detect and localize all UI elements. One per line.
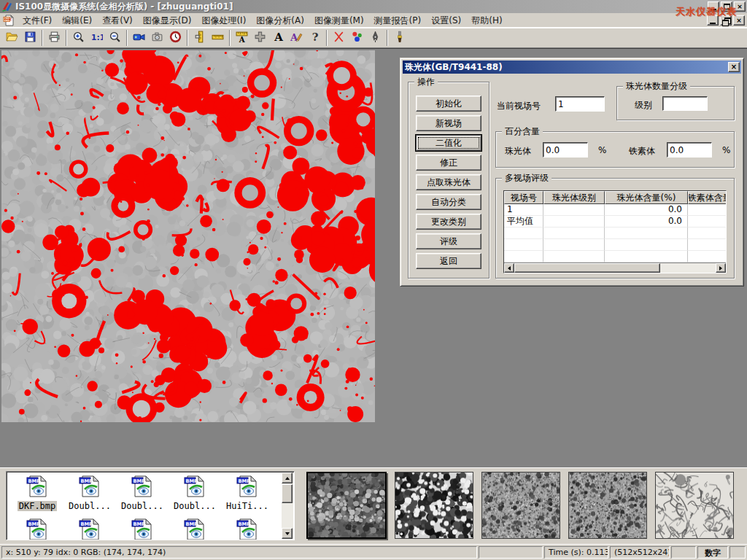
op-button-7[interactable]: 更改类别: [416, 214, 481, 230]
scroll-down-button[interactable]: [282, 528, 293, 539]
file-item-partial-5[interactable]: BMP: [221, 518, 274, 540]
file-item-partial-4[interactable]: BMP: [169, 518, 221, 540]
file-browser[interactable]: BMPDKF.bmpBMPDoubl...BMPDoubl...BMPDoubl…: [6, 471, 295, 540]
clock-button[interactable]: [166, 29, 185, 47]
measure-calibrate-icon: A: [236, 31, 248, 45]
file-item-4[interactable]: BMPDoubl...: [169, 475, 221, 511]
open-file-button[interactable]: [3, 29, 21, 47]
menu-item-5[interactable]: 图像处理(I): [196, 14, 251, 27]
table-col-header-3[interactable]: 珠光体含量(%): [605, 191, 688, 204]
table-row-3[interactable]: [504, 228, 726, 239]
table-row-4[interactable]: [504, 239, 726, 251]
actual-size-button[interactable]: 1:1: [88, 29, 106, 47]
scroll-left-button[interactable]: [504, 263, 514, 273]
text-button[interactable]: A: [269, 29, 287, 47]
svg-text:A: A: [239, 36, 245, 43]
file-name: HuiTi...: [225, 501, 270, 511]
grade-level-input[interactable]: [662, 96, 708, 111]
menu-item-9[interactable]: 设置(S): [426, 14, 466, 27]
measure-calibrate-button[interactable]: A: [233, 29, 251, 47]
save-button[interactable]: [21, 29, 39, 47]
metallograph-image[interactable]: [1, 50, 375, 422]
file-item-5[interactable]: BMPHuiTi...: [221, 475, 274, 511]
zoom-in-button[interactable]: [69, 29, 88, 47]
maximize-button[interactable]: [721, 1, 732, 12]
ferrite-percent-input[interactable]: [667, 142, 712, 158]
filelist-scroll-thumb[interactable]: [282, 484, 293, 503]
menu-item-7[interactable]: 图像测量(M): [309, 14, 369, 27]
pen-button[interactable]: [366, 29, 384, 47]
rating-table[interactable]: 视场号珠光体级别珠光体含量(%)铁素体含量(%) 10.0平均值0.0: [503, 190, 727, 273]
ruler-button[interactable]: [209, 29, 227, 47]
text-edit-button[interactable]: A: [287, 29, 306, 47]
print-button[interactable]: [45, 29, 63, 47]
table-horizontal-scrollbar[interactable]: [504, 262, 726, 273]
grid-cross-button[interactable]: [251, 29, 269, 47]
video-camera-button[interactable]: [130, 29, 148, 47]
dialog-close-button[interactable]: ×: [728, 62, 740, 72]
table-row-5[interactable]: [504, 251, 726, 262]
status-empty-3: [729, 546, 746, 559]
table-cell: [543, 216, 605, 228]
file-item-1[interactable]: BMPDKF.bmp: [11, 475, 63, 511]
current-field-input[interactable]: [555, 96, 605, 112]
file-item-2[interactable]: BMPDoubl...: [63, 475, 116, 511]
camera-button[interactable]: [148, 29, 166, 47]
svg-text:BMP: BMP: [133, 478, 145, 484]
table-cell: [605, 251, 688, 262]
sample-thumbnail-5[interactable]: [655, 472, 734, 539]
scroll-right-button[interactable]: [716, 263, 726, 273]
op-button-6[interactable]: 自动分类: [416, 194, 481, 210]
zoom-out-button[interactable]: [106, 29, 124, 47]
menu-item-10[interactable]: 帮助(H): [466, 14, 507, 27]
pearlite-percent-input[interactable]: [543, 142, 588, 158]
particles-button[interactable]: [348, 29, 366, 47]
file-item-partial-1[interactable]: BMP: [11, 518, 63, 540]
brush-button[interactable]: [390, 29, 409, 47]
table-row-1[interactable]: 10.0: [504, 204, 726, 216]
table-cell: [688, 204, 727, 216]
table-col-header-1[interactable]: 视场号: [504, 191, 543, 204]
sample-thumbnail-2[interactable]: [395, 472, 473, 539]
minimize-button[interactable]: [708, 1, 719, 12]
file-item-partial-3[interactable]: BMP: [116, 518, 169, 540]
help-button[interactable]: ?: [306, 29, 324, 47]
sample-thumbnail-3[interactable]: [481, 472, 560, 539]
op-button-5[interactable]: 点取珠光体: [416, 174, 481, 190]
table-cell: 0.0: [605, 204, 688, 216]
menu-item-2[interactable]: 编辑(E): [57, 14, 97, 27]
filelist-scrollbar[interactable]: [282, 472, 293, 539]
scroll-up-button[interactable]: [282, 472, 293, 483]
document-system-icon[interactable]: DOC: [3, 15, 15, 26]
op-button-4[interactable]: 修正: [416, 155, 481, 171]
close-button[interactable]: ×: [734, 1, 746, 12]
menu-item-4[interactable]: 图像显示(D): [138, 14, 197, 27]
mdi-restore-button[interactable]: [720, 15, 732, 26]
caliper-button[interactable]: [190, 29, 209, 47]
scrollbar-thumb[interactable]: [514, 263, 660, 273]
status-mode: 数字: [697, 546, 728, 559]
menu-item-3[interactable]: 查看(V): [97, 14, 138, 27]
table-col-header-2[interactable]: 珠光体级别: [543, 191, 605, 204]
op-button-1[interactable]: 初始化: [416, 96, 481, 112]
table-cell: [688, 216, 727, 228]
menu-item-6[interactable]: 图像分析(A): [251, 14, 309, 27]
menu-item-1[interactable]: 文件(F): [18, 14, 57, 27]
op-button-9[interactable]: 返回: [416, 253, 481, 269]
op-button-2[interactable]: 新视场: [416, 115, 481, 131]
table-row-2[interactable]: 平均值0.0: [504, 216, 726, 228]
sample-thumbnail-4[interactable]: [568, 472, 647, 539]
mdi-minimize-button[interactable]: [707, 15, 719, 26]
dialog-title-bar[interactable]: 珠光体(GB/T9441-88) ×: [403, 61, 741, 74]
file-item-partial-2[interactable]: BMP: [63, 518, 116, 540]
op-button-3[interactable]: 二值化: [416, 135, 481, 151]
table-col-header-4[interactable]: 铁素体含量(%): [688, 191, 727, 204]
mdi-close-button[interactable]: ×: [733, 15, 745, 26]
curve-cut-button[interactable]: [330, 29, 348, 47]
bmp-file-icon: BMP: [236, 518, 259, 540]
sample-thumbnail-1[interactable]: [306, 472, 387, 539]
op-button-8[interactable]: 评级: [416, 233, 481, 249]
toolbar-separator: [42, 30, 43, 46]
menu-item-8[interactable]: 测量报告(P): [369, 14, 427, 27]
file-item-3[interactable]: BMPDoubl...: [116, 475, 169, 511]
